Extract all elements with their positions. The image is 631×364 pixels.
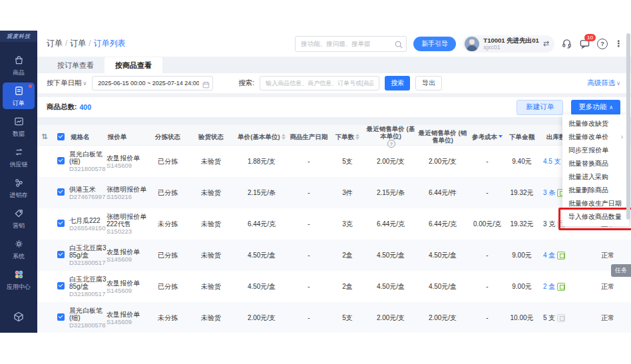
sidebar-item-data[interactable]: 数据	[3, 113, 35, 140]
cell-prod-date: -	[288, 314, 330, 322]
help-icon[interactable]: ?	[387, 140, 395, 148]
table-header: ⇅规格名报价单分拣状态验货状态单价(基本单位)商品生产日期下单数最近销售单价 (…	[37, 125, 631, 146]
column-header-qty[interactable]: 下单数	[330, 133, 365, 140]
cell-qty: 3件	[330, 189, 365, 197]
sidebar-item-app-center[interactable]: 应用中心	[3, 266, 35, 293]
goods-bag-icon	[14, 55, 24, 68]
advanced-filter-link[interactable]: 高级筛选∨	[587, 79, 631, 88]
row-checkbox[interactable]	[57, 313, 65, 321]
menu-item-batch-price[interactable]: 批量修改单价›	[562, 130, 629, 144]
cell-unit-price: 1.88元/支	[236, 158, 288, 166]
outbound-doc-icon[interactable]	[557, 283, 565, 291]
cell-qty: 3克	[330, 220, 365, 228]
date-type-select[interactable]: 按下单日期∨	[47, 79, 87, 88]
column-settings-icon[interactable]: ⇅	[41, 133, 47, 140]
sidebar-item-orders[interactable]: 订单	[3, 83, 35, 109]
breadcrumb-item[interactable]: 订单	[47, 39, 63, 48]
sidebar-item-goods[interactable]: 商品	[3, 52, 35, 79]
column-header-unit_price[interactable]: 单价(基本单位)	[236, 133, 288, 140]
cell-recent-base: 4.50元/盒	[365, 252, 417, 260]
column-header-amount: 下单金额	[506, 133, 538, 140]
sort-icon[interactable]	[282, 134, 286, 140]
user-chip[interactable]: T10001 先进先出01 xjxc01 ⇄	[463, 35, 554, 53]
cell-inspect-status: 未验货	[186, 252, 236, 260]
column-header-sort_status: 分拣状态	[149, 133, 186, 140]
cell-spec-name: 供港玉米D274676997	[69, 186, 106, 200]
sidebar-item-system[interactable]: 系统	[3, 236, 35, 262]
menu-item-batch-prod-date[interactable]: 批量修改生产日期	[562, 197, 629, 210]
task-badge[interactable]: 任务	[611, 264, 631, 277]
row-checkbox[interactable]	[57, 188, 65, 196]
sidebar-item-marketing[interactable]: 营销	[3, 205, 35, 232]
sort-desc-icon[interactable]	[499, 135, 503, 138]
sidebar-item-label: 订单	[13, 100, 25, 106]
cell-unit-price: 4.50元/盒	[236, 252, 288, 260]
outbound-doc-icon[interactable]	[557, 314, 565, 322]
column-header-ref_cost[interactable]: 参考成本	[469, 133, 506, 140]
sort-icon[interactable]	[355, 134, 359, 140]
cell-out-qty[interactable]: 5 支	[538, 314, 584, 322]
table-search-input[interactable]	[260, 76, 379, 91]
table-body: 晨光白板笔(细)D321800578 农垦报价单S145609 已分拣 未验货 …	[37, 146, 631, 333]
menu-item-batch-delete[interactable]: 批量删除商品	[562, 184, 629, 197]
menu-item-sync-quote[interactable]: 同步至报价单	[562, 144, 629, 157]
sidebar-item-supply-chain[interactable]: 供应链	[3, 144, 35, 170]
order-doc-icon	[14, 86, 24, 98]
newbie-guide-button[interactable]: 新手引导	[413, 37, 456, 51]
more-functions-button[interactable]: 更多功能∧	[571, 100, 620, 115]
row-checkbox[interactable]	[57, 220, 65, 227]
outbound-doc-icon[interactable]	[557, 252, 565, 260]
chevron-down-icon: ∨	[616, 81, 620, 87]
cell-spec-name: 晨光白板笔(细)D321800578	[69, 150, 106, 172]
cell-quote: 农垦报价单S145609	[106, 311, 149, 325]
cell-status: 正常	[584, 314, 631, 322]
table-row: 供港玉米D274676997 张德明报价单S150216 已分拣 未验货 2.1…	[37, 177, 631, 208]
row-checkbox[interactable]	[57, 251, 65, 258]
cell-ref-cost: -	[469, 252, 506, 260]
row-checkbox[interactable]	[57, 282, 65, 289]
message-count-badge: 10	[584, 34, 596, 41]
filter-bar: 按下单日期∨ 搜索: 搜索 导出 高级筛选∨	[37, 73, 631, 93]
cell-recent-sale: 6.44元/克	[417, 220, 469, 228]
global-search-input[interactable]	[295, 36, 407, 52]
cell-sort-status: 已分拣	[149, 252, 186, 260]
sidebar-item-bottom[interactable]	[0, 311, 37, 325]
cell-out-qty[interactable]: 4 盒	[538, 252, 584, 260]
column-header-recent_base: 最近销售单价 (基本单位)?	[365, 125, 417, 148]
menu-item-batch-stockout[interactable]: 批量修改缺货	[562, 117, 629, 130]
help-icon[interactable]: ?	[597, 39, 608, 49]
sidebar-item-inventory[interactable]: 进销存	[3, 174, 35, 201]
cell-qty: 5支	[330, 314, 365, 322]
cell-unit-price: 4.50元/盒	[236, 283, 288, 291]
select-all-checkbox[interactable]	[57, 133, 65, 140]
inventory-icon	[14, 178, 24, 190]
top-right-cluster: 新手引导 T10001 先进先出01 xjxc01 ⇄ 10 ? ⋮	[295, 35, 631, 53]
tab-by-product[interactable]: 按商品查看	[105, 57, 162, 73]
cell-recent-base: 2.15元/条	[365, 189, 417, 197]
cell-status: 正常	[584, 283, 631, 291]
new-order-button[interactable]: 新建订单	[517, 100, 563, 115]
cell-quote: 农垦报价单S145609	[106, 154, 149, 169]
cell-inspect-status: 未验货	[186, 189, 236, 197]
breadcrumb-item[interactable]: 订单	[70, 39, 86, 48]
search-button[interactable]: 搜索	[385, 76, 410, 91]
more-options-icon[interactable]: ⋮	[614, 39, 623, 49]
scrollbar-thumb[interactable]	[626, 33, 630, 220]
customer-service-icon[interactable]	[561, 38, 572, 49]
export-button[interactable]: 导出	[415, 76, 442, 91]
chevron-up-icon: ∧	[609, 104, 613, 110]
user-name: T10001 先进先出01	[483, 37, 538, 44]
menu-item-batch-replace[interactable]: 批量替换商品	[562, 157, 629, 170]
chevron-right-icon: ›	[621, 130, 623, 144]
switch-account-icon[interactable]: ⇄	[543, 39, 549, 48]
tab-by-order[interactable]: 按订单查看	[47, 57, 105, 73]
messages-icon[interactable]: 10	[579, 38, 590, 49]
date-range-input[interactable]	[92, 76, 213, 91]
menu-item-batch-purchase[interactable]: 批量进入采购	[562, 170, 629, 184]
cell-out-qty[interactable]: 2 盒	[538, 283, 584, 291]
menu-item-import-qty[interactable]: 导入修改商品数量	[562, 210, 629, 224]
cell-amount: 19.32元	[506, 189, 538, 197]
row-checkbox[interactable]	[57, 157, 65, 164]
table-row: 白玉北豆腐385g/盒D321800517 农垦报价单S145609 已分拣 未…	[37, 271, 631, 302]
summary-strip: 商品总数: 400 新建订单 更多功能∧	[37, 97, 631, 117]
